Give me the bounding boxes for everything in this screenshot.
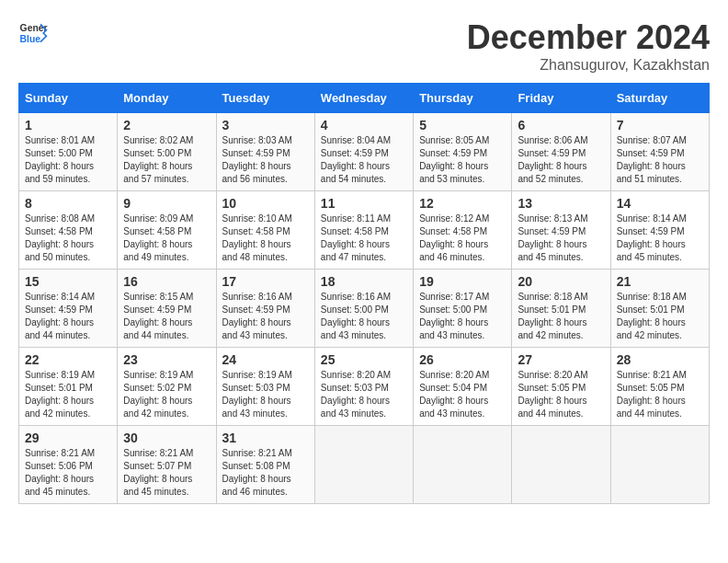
day-info: Sunrise: 8:17 AMSunset: 5:00 PMDaylight:… (419, 292, 489, 340)
calendar-cell: 9 Sunrise: 8:09 AMSunset: 4:58 PMDayligh… (118, 191, 216, 270)
calendar-week-row: 22 Sunrise: 8:19 AMSunset: 5:01 PMDaylig… (19, 348, 710, 426)
weekday-header-monday: Monday (118, 84, 216, 113)
day-info: Sunrise: 8:04 AMSunset: 4:59 PMDaylight:… (321, 135, 391, 184)
month-title: December 2024 (467, 18, 710, 57)
day-number: 25 (321, 352, 407, 367)
calendar-week-row: 8 Sunrise: 8:08 AMSunset: 4:58 PMDayligh… (19, 191, 710, 270)
day-info: Sunrise: 8:21 AMSunset: 5:07 PMDaylight:… (123, 448, 193, 497)
day-info: Sunrise: 8:05 AMSunset: 4:59 PMDaylight:… (419, 135, 489, 184)
day-info: Sunrise: 8:07 AMSunset: 4:59 PMDaylight:… (617, 135, 687, 184)
day-number: 4 (321, 118, 407, 132)
day-info: Sunrise: 8:15 AMSunset: 4:59 PMDaylight:… (123, 292, 193, 340)
day-number: 31 (222, 431, 309, 445)
calendar-cell: 13 Sunrise: 8:13 AMSunset: 4:59 PMDaylig… (512, 191, 610, 270)
calendar-cell: 14 Sunrise: 8:14 AMSunset: 4:59 PMDaylig… (610, 191, 709, 270)
calendar-cell: 6 Sunrise: 8:06 AMSunset: 4:59 PMDayligh… (512, 113, 610, 191)
day-info: Sunrise: 8:08 AMSunset: 4:58 PMDaylight:… (25, 213, 95, 262)
calendar-cell (314, 426, 413, 504)
day-number: 28 (617, 352, 703, 367)
weekday-header-row: SundayMondayTuesdayWednesdayThursdayFrid… (19, 84, 710, 113)
day-number: 8 (25, 196, 111, 211)
calendar-cell (610, 426, 709, 504)
day-info: Sunrise: 8:18 AMSunset: 5:01 PMDaylight:… (518, 292, 587, 340)
day-number: 23 (123, 352, 210, 367)
day-number: 12 (419, 196, 506, 211)
day-info: Sunrise: 8:12 AMSunset: 4:58 PMDaylight:… (419, 213, 489, 262)
day-number: 11 (321, 196, 407, 211)
calendar-cell: 8 Sunrise: 8:08 AMSunset: 4:58 PMDayligh… (19, 191, 118, 270)
day-info: Sunrise: 8:19 AMSunset: 5:01 PMDaylight:… (25, 370, 95, 419)
day-number: 15 (25, 274, 111, 289)
day-number: 2 (123, 118, 210, 132)
day-number: 26 (419, 352, 506, 367)
day-number: 20 (518, 274, 604, 289)
day-info: Sunrise: 8:21 AMSunset: 5:06 PMDaylight:… (25, 448, 95, 497)
calendar-week-row: 1 Sunrise: 8:01 AMSunset: 5:00 PMDayligh… (19, 113, 710, 191)
calendar-cell: 3 Sunrise: 8:03 AMSunset: 4:59 PMDayligh… (216, 113, 314, 191)
calendar-cell: 20 Sunrise: 8:18 AMSunset: 5:01 PMDaylig… (512, 270, 610, 348)
calendar-cell: 29 Sunrise: 8:21 AMSunset: 5:06 PMDaylig… (19, 426, 118, 504)
day-number: 13 (518, 196, 604, 211)
page-header: General Blue December 2024 Zhansugurov, … (18, 18, 710, 74)
day-info: Sunrise: 8:19 AMSunset: 5:03 PMDaylight:… (222, 370, 292, 419)
day-info: Sunrise: 8:13 AMSunset: 4:59 PMDaylight:… (518, 213, 587, 262)
day-info: Sunrise: 8:02 AMSunset: 5:00 PMDaylight:… (123, 135, 193, 184)
calendar-cell: 19 Sunrise: 8:17 AMSunset: 5:00 PMDaylig… (414, 270, 512, 348)
weekday-header-thursday: Thursday (414, 84, 512, 113)
calendar-cell: 7 Sunrise: 8:07 AMSunset: 4:59 PMDayligh… (610, 113, 709, 191)
weekday-header-sunday: Sunday (19, 84, 118, 113)
weekday-header-saturday: Saturday (610, 84, 709, 113)
day-number: 3 (222, 118, 309, 132)
day-info: Sunrise: 8:20 AMSunset: 5:04 PMDaylight:… (419, 370, 489, 419)
day-number: 9 (123, 196, 210, 211)
calendar-table: SundayMondayTuesdayWednesdayThursdayFrid… (18, 83, 710, 504)
day-number: 17 (222, 274, 309, 289)
day-info: Sunrise: 8:16 AMSunset: 4:59 PMDaylight:… (222, 292, 292, 340)
calendar-cell: 27 Sunrise: 8:20 AMSunset: 5:05 PMDaylig… (512, 348, 610, 426)
calendar-cell: 25 Sunrise: 8:20 AMSunset: 5:03 PMDaylig… (314, 348, 413, 426)
calendar-cell (512, 426, 610, 504)
calendar-cell: 21 Sunrise: 8:18 AMSunset: 5:01 PMDaylig… (610, 270, 709, 348)
day-number: 5 (419, 118, 506, 132)
calendar-cell: 10 Sunrise: 8:10 AMSunset: 4:58 PMDaylig… (216, 191, 314, 270)
calendar-cell: 23 Sunrise: 8:19 AMSunset: 5:02 PMDaylig… (118, 348, 216, 426)
calendar-cell: 1 Sunrise: 8:01 AMSunset: 5:00 PMDayligh… (19, 113, 118, 191)
calendar-cell: 31 Sunrise: 8:21 AMSunset: 5:08 PMDaylig… (216, 426, 314, 504)
calendar-cell: 2 Sunrise: 8:02 AMSunset: 5:00 PMDayligh… (118, 113, 216, 191)
calendar-cell: 12 Sunrise: 8:12 AMSunset: 4:58 PMDaylig… (414, 191, 512, 270)
svg-text:Blue: Blue (20, 34, 41, 44)
weekday-header-wednesday: Wednesday (314, 84, 413, 113)
calendar-cell: 26 Sunrise: 8:20 AMSunset: 5:04 PMDaylig… (414, 348, 512, 426)
calendar-cell: 5 Sunrise: 8:05 AMSunset: 4:59 PMDayligh… (414, 113, 512, 191)
calendar-cell: 30 Sunrise: 8:21 AMSunset: 5:07 PMDaylig… (118, 426, 216, 504)
logo: General Blue (18, 18, 48, 48)
day-info: Sunrise: 8:14 AMSunset: 4:59 PMDaylight:… (617, 213, 687, 262)
day-info: Sunrise: 8:21 AMSunset: 5:05 PMDaylight:… (617, 370, 687, 419)
calendar-week-row: 29 Sunrise: 8:21 AMSunset: 5:06 PMDaylig… (19, 426, 710, 504)
calendar-cell: 4 Sunrise: 8:04 AMSunset: 4:59 PMDayligh… (314, 113, 413, 191)
calendar-cell: 22 Sunrise: 8:19 AMSunset: 5:01 PMDaylig… (19, 348, 118, 426)
weekday-header-tuesday: Tuesday (216, 84, 314, 113)
day-number: 30 (123, 431, 210, 445)
day-number: 6 (518, 118, 604, 132)
day-number: 24 (222, 352, 309, 367)
day-info: Sunrise: 8:09 AMSunset: 4:58 PMDaylight:… (123, 213, 193, 262)
day-info: Sunrise: 8:14 AMSunset: 4:59 PMDaylight:… (25, 292, 95, 340)
day-info: Sunrise: 8:19 AMSunset: 5:02 PMDaylight:… (123, 370, 193, 419)
calendar-cell: 18 Sunrise: 8:16 AMSunset: 5:00 PMDaylig… (314, 270, 413, 348)
calendar-cell: 28 Sunrise: 8:21 AMSunset: 5:05 PMDaylig… (610, 348, 709, 426)
calendar-cell: 24 Sunrise: 8:19 AMSunset: 5:03 PMDaylig… (216, 348, 314, 426)
day-number: 10 (222, 196, 309, 211)
calendar-cell: 17 Sunrise: 8:16 AMSunset: 4:59 PMDaylig… (216, 270, 314, 348)
calendar-cell (414, 426, 512, 504)
day-info: Sunrise: 8:20 AMSunset: 5:05 PMDaylight:… (518, 370, 587, 419)
day-number: 1 (25, 118, 111, 132)
day-info: Sunrise: 8:06 AMSunset: 4:59 PMDaylight:… (518, 135, 587, 184)
day-number: 7 (617, 118, 703, 132)
calendar-cell: 11 Sunrise: 8:11 AMSunset: 4:58 PMDaylig… (314, 191, 413, 270)
day-info: Sunrise: 8:18 AMSunset: 5:01 PMDaylight:… (617, 292, 687, 340)
day-info: Sunrise: 8:16 AMSunset: 5:00 PMDaylight:… (321, 292, 391, 340)
day-number: 18 (321, 274, 407, 289)
day-info: Sunrise: 8:10 AMSunset: 4:58 PMDaylight:… (222, 213, 292, 262)
logo-icon: General Blue (18, 18, 48, 48)
